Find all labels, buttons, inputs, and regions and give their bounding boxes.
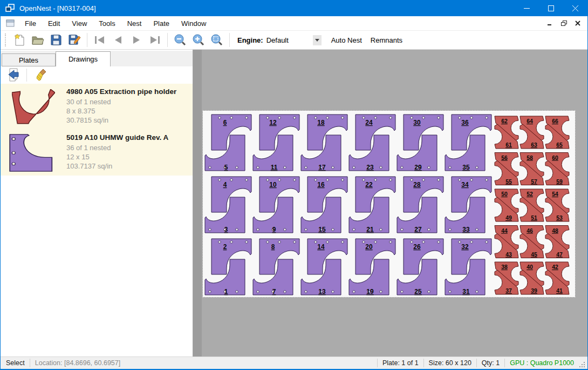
part-number-32[interactable]: 32 bbox=[461, 243, 469, 251]
menu-window[interactable]: Window bbox=[175, 17, 212, 30]
open-button[interactable] bbox=[29, 32, 47, 48]
part-number-30[interactable]: 30 bbox=[413, 119, 421, 126]
part-number-53[interactable]: 53 bbox=[556, 214, 563, 221]
part-number-13[interactable]: 13 bbox=[318, 288, 326, 295]
remnants-button[interactable]: Remnants bbox=[366, 33, 407, 47]
new-button[interactable] bbox=[10, 32, 29, 48]
part-number-1[interactable]: 1 bbox=[224, 288, 228, 295]
part-number-49[interactable]: 49 bbox=[505, 214, 512, 221]
tab-plates[interactable]: Plates bbox=[2, 53, 56, 66]
part-number-5[interactable]: 5 bbox=[224, 164, 228, 171]
menu-tools[interactable]: Tools bbox=[93, 17, 121, 30]
part-number-24[interactable]: 24 bbox=[365, 119, 373, 126]
tab-drawings[interactable]: Drawings bbox=[56, 51, 111, 67]
part-number-2[interactable]: 2 bbox=[223, 243, 227, 251]
resize-grip[interactable] bbox=[578, 361, 586, 368]
part-number-61[interactable]: 61 bbox=[505, 142, 512, 148]
part-number-64[interactable]: 64 bbox=[527, 118, 533, 124]
auto-nest-button[interactable]: Auto Nest bbox=[327, 33, 366, 47]
part-number-29[interactable]: 29 bbox=[414, 164, 422, 171]
menu-edit[interactable]: Edit bbox=[42, 17, 66, 30]
save-button[interactable] bbox=[47, 32, 65, 48]
part-number-33[interactable]: 33 bbox=[462, 226, 470, 233]
previous-plate-button[interactable] bbox=[109, 32, 127, 48]
part-number-55[interactable]: 55 bbox=[505, 178, 512, 185]
part-number-31[interactable]: 31 bbox=[462, 288, 470, 295]
part-number-16[interactable]: 16 bbox=[317, 181, 325, 189]
part-number-34[interactable]: 34 bbox=[461, 181, 469, 189]
part-number-46[interactable]: 46 bbox=[527, 227, 533, 234]
part-number-58[interactable]: 58 bbox=[527, 154, 533, 161]
part-number-38[interactable]: 38 bbox=[501, 264, 508, 270]
part-number-57[interactable]: 57 bbox=[531, 178, 537, 185]
part-number-48[interactable]: 48 bbox=[552, 227, 558, 234]
part-number-51[interactable]: 51 bbox=[531, 214, 537, 221]
plate[interactable]: 6512111817242330293635431091615222128273… bbox=[203, 111, 575, 297]
part-number-21[interactable]: 21 bbox=[366, 226, 374, 233]
engine-select-value[interactable]: Default bbox=[266, 36, 313, 44]
minimize-button[interactable] bbox=[515, 0, 539, 16]
part-number-22[interactable]: 22 bbox=[365, 181, 373, 189]
menu-nest[interactable]: Nest bbox=[121, 17, 148, 30]
part-number-11[interactable]: 11 bbox=[271, 164, 278, 171]
maximize-button[interactable] bbox=[539, 0, 563, 16]
zoom-out-button[interactable] bbox=[171, 32, 189, 48]
part-number-36[interactable]: 36 bbox=[461, 119, 469, 126]
save-as-button[interactable] bbox=[65, 32, 84, 48]
next-plate-button[interactable] bbox=[127, 32, 146, 48]
zoom-fit-button[interactable] bbox=[208, 32, 226, 48]
part-number-14[interactable]: 14 bbox=[317, 243, 325, 251]
menu-file[interactable]: File bbox=[19, 17, 42, 30]
part-number-20[interactable]: 20 bbox=[365, 243, 373, 251]
part-number-6[interactable]: 6 bbox=[223, 119, 227, 126]
menu-plate[interactable]: Plate bbox=[147, 17, 175, 30]
part-number-60[interactable]: 60 bbox=[552, 154, 558, 161]
menu-view[interactable]: View bbox=[66, 17, 93, 30]
part-number-35[interactable]: 35 bbox=[462, 164, 470, 171]
part-number-52[interactable]: 52 bbox=[527, 191, 533, 197]
part-number-44[interactable]: 44 bbox=[501, 227, 508, 234]
part-number-15[interactable]: 15 bbox=[318, 226, 326, 233]
part-number-23[interactable]: 23 bbox=[366, 164, 374, 171]
part-number-9[interactable]: 9 bbox=[272, 226, 276, 233]
zoom-in-button[interactable] bbox=[189, 32, 208, 48]
part-number-25[interactable]: 25 bbox=[414, 288, 422, 295]
part-number-65[interactable]: 65 bbox=[556, 142, 563, 148]
part-number-8[interactable]: 8 bbox=[271, 243, 275, 251]
part-number-37[interactable]: 37 bbox=[505, 287, 512, 294]
part-number-19[interactable]: 19 bbox=[366, 288, 374, 295]
mdi-minimize-button[interactable] bbox=[545, 19, 554, 27]
part-number-7[interactable]: 7 bbox=[272, 288, 276, 295]
part-number-47[interactable]: 47 bbox=[556, 251, 563, 258]
part-number-50[interactable]: 50 bbox=[501, 191, 508, 197]
part-number-63[interactable]: 63 bbox=[531, 142, 537, 148]
part-number-27[interactable]: 27 bbox=[414, 226, 422, 233]
part-number-26[interactable]: 26 bbox=[413, 243, 421, 251]
part-number-12[interactable]: 12 bbox=[269, 119, 277, 126]
part-number-43[interactable]: 43 bbox=[505, 251, 512, 258]
part-number-28[interactable]: 28 bbox=[413, 181, 421, 189]
part-number-39[interactable]: 39 bbox=[531, 287, 537, 294]
first-plate-button[interactable] bbox=[91, 32, 109, 48]
part-number-59[interactable]: 59 bbox=[556, 178, 563, 185]
part-number-45[interactable]: 45 bbox=[531, 251, 537, 258]
part-number-56[interactable]: 56 bbox=[501, 154, 508, 161]
part-number-54[interactable]: 54 bbox=[552, 191, 558, 197]
send-to-nest-button[interactable] bbox=[5, 68, 22, 83]
drawing-item-extraction-pipe-holder[interactable]: 4980 A05 Extraction pipe holder 30 of 1 … bbox=[1, 84, 193, 130]
last-plate-button[interactable] bbox=[146, 32, 164, 48]
part-number-62[interactable]: 62 bbox=[501, 118, 508, 124]
part-number-10[interactable]: 10 bbox=[269, 181, 277, 189]
part-number-66[interactable]: 66 bbox=[552, 118, 558, 124]
drawing-item-uhmw-guide[interactable]: 5019 A10 UHMW guide Rev. A 36 of 1 neste… bbox=[1, 130, 193, 176]
clear-button[interactable] bbox=[33, 68, 51, 83]
part-number-3[interactable]: 3 bbox=[224, 226, 228, 233]
close-button[interactable] bbox=[563, 0, 587, 16]
part-number-40[interactable]: 40 bbox=[527, 264, 533, 270]
part-number-18[interactable]: 18 bbox=[317, 119, 325, 126]
toolbar-grip[interactable] bbox=[5, 33, 7, 46]
part-number-4[interactable]: 4 bbox=[223, 181, 227, 189]
nest-canvas[interactable]: 6512111817242330293635431091615222128273… bbox=[193, 50, 588, 356]
part-number-41[interactable]: 41 bbox=[556, 287, 563, 294]
part-number-42[interactable]: 42 bbox=[552, 264, 558, 270]
